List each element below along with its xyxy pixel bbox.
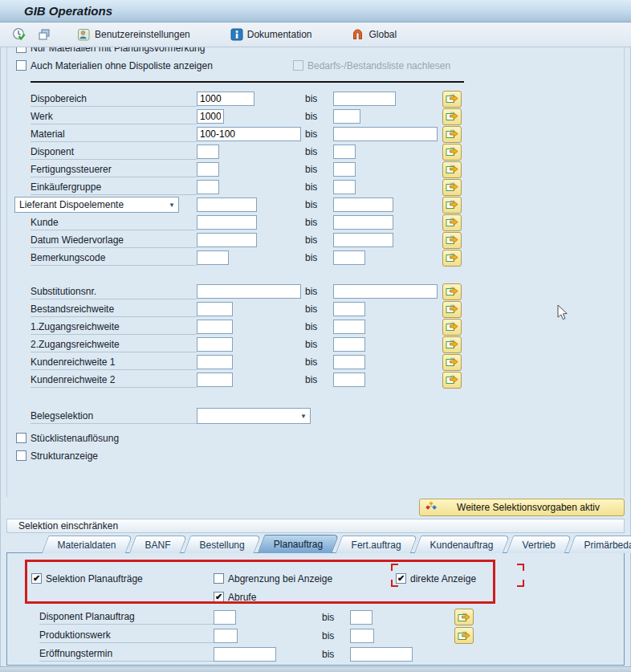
von-input[interactable] [197, 92, 254, 106]
global-button[interactable]: Global [348, 26, 401, 43]
belegselektion-label: Belegselektion [31, 409, 197, 424]
frame-right-border [624, 47, 625, 497]
selection-row: Datum Wiedervorlagebis [14, 231, 496, 249]
tab-materialdaten[interactable]: Materialdaten [42, 536, 132, 553]
von-input[interactable] [197, 145, 219, 159]
bis-input[interactable] [333, 215, 393, 230]
tab-fert-auftrag[interactable]: Fert.auftrag [336, 536, 417, 553]
tab-prim-rbedarf[interactable]: Primärbedarf [568, 536, 631, 553]
multiple-selection-button[interactable] [442, 126, 462, 143]
multiple-selection-button[interactable] [442, 301, 462, 318]
bis-input[interactable] [333, 162, 356, 177]
tab-banf[interactable]: BANF [128, 536, 186, 553]
tab-planauftrag[interactable]: Planauftrag [257, 535, 339, 553]
bracket-corner [517, 580, 524, 587]
von-input[interactable] [197, 233, 257, 247]
multiple-selection-button[interactable] [454, 627, 474, 644]
user-settings-label: Benutzereinstellungen [95, 29, 190, 40]
dispoelemente-dropdown[interactable]: Lieferant Dispoelemente▼ [14, 197, 179, 213]
multiple-selection-arrow-icon [446, 145, 458, 159]
field-label: Bemerkungscode [31, 250, 197, 266]
multiple-selection-button[interactable] [442, 214, 462, 231]
von-input[interactable] [197, 109, 224, 124]
belegselektion-dropdown[interactable]: ▼ [197, 408, 311, 424]
checkbox-row-abrufe: Abrufe [214, 590, 256, 604]
von-input[interactable] [197, 355, 233, 369]
selektion-planauftraege-checkbox[interactable] [31, 573, 42, 584]
von-slot [197, 92, 305, 106]
bis-input[interactable] [333, 320, 365, 334]
bis-input[interactable] [333, 233, 393, 247]
von-input[interactable] [197, 337, 233, 352]
bis-input[interactable] [333, 198, 393, 212]
window-title: GIB Operations [0, 0, 631, 22]
bis-input[interactable] [333, 145, 356, 159]
bis-input[interactable] [333, 180, 356, 194]
tab-vertrieb[interactable]: Vertrieb [507, 536, 572, 553]
bis-input[interactable] [333, 373, 365, 387]
multiple-selection-button[interactable] [442, 197, 462, 214]
multiple-selection-button[interactable] [442, 283, 462, 300]
von-input[interactable] [197, 127, 301, 141]
bis-input[interactable] [350, 647, 413, 662]
von-input[interactable] [214, 610, 236, 625]
multiple-selection-button[interactable] [442, 161, 462, 178]
stuecklistenaufloesung-checkbox[interactable] [16, 433, 26, 443]
multiple-selection-button[interactable] [442, 144, 462, 161]
planungsvormerkung-checkbox[interactable] [16, 47, 26, 53]
field-label: Dispobereich [31, 92, 197, 107]
von-input[interactable] [214, 647, 276, 662]
von-input[interactable] [197, 320, 233, 334]
multiple-selection-button[interactable] [442, 372, 462, 389]
execute-button[interactable] [8, 26, 31, 43]
checkbox-row-selektion-planauftraege: Selektion Planaufträge [31, 572, 143, 585]
bis-input[interactable] [333, 355, 365, 369]
multiple-selection-button[interactable] [442, 319, 462, 336]
von-input[interactable] [197, 302, 233, 316]
von-input[interactable] [197, 180, 219, 194]
multiple-selection-button[interactable] [442, 91, 462, 108]
ohne-dispoliste-checkbox[interactable] [16, 60, 26, 71]
von-input[interactable] [214, 629, 238, 643]
bis-input[interactable] [333, 284, 438, 299]
global-icon [352, 28, 364, 41]
bis-input[interactable] [350, 610, 372, 625]
ohne-dispoliste-label: Auch Materialien ohne Dispoliste anzeige… [31, 60, 213, 71]
von-input[interactable] [197, 215, 257, 230]
multiple-selection-button[interactable] [442, 108, 462, 125]
bis-slot [333, 320, 442, 334]
user-settings-button[interactable]: Benutzereinstellungen [73, 26, 194, 43]
documentation-button[interactable]: Dokumentation [226, 26, 316, 43]
bis-input[interactable] [350, 629, 374, 643]
multiple-selection-button[interactable] [442, 354, 462, 371]
copy-button[interactable] [34, 26, 55, 43]
bis-input[interactable] [333, 127, 438, 141]
multiple-selection-button[interactable] [442, 232, 462, 249]
multiple-selection-button[interactable] [442, 179, 462, 196]
bis-input[interactable] [333, 302, 365, 316]
von-input[interactable] [197, 373, 233, 387]
bis-input[interactable] [333, 337, 365, 352]
von-input[interactable] [197, 198, 257, 212]
von-input[interactable] [197, 284, 301, 299]
tab-bestellung[interactable]: Bestellung [184, 536, 261, 553]
von-input[interactable] [197, 250, 229, 265]
von-input[interactable] [197, 162, 219, 177]
multiple-selection-arrow-icon [446, 233, 458, 247]
strukturanzeige-checkbox[interactable] [16, 450, 26, 461]
bis-input[interactable] [333, 92, 396, 106]
bis-input[interactable] [333, 250, 365, 265]
abrufe-checkbox[interactable] [214, 592, 224, 602]
abgrenzung-checkbox[interactable] [214, 573, 224, 584]
von-slot [197, 162, 305, 177]
direkte-anzeige-checkbox[interactable] [396, 573, 406, 584]
tab-kundenauftrag[interactable]: Kundenauftrag [414, 536, 510, 553]
bis-input[interactable] [333, 109, 360, 124]
multiple-selection-button[interactable] [442, 250, 462, 267]
multiple-selection-button[interactable] [454, 609, 474, 625]
bis-slot [333, 233, 442, 247]
bis-slot [333, 355, 442, 369]
multiple-selection-button[interactable] [442, 336, 462, 353]
bis-label: bis [305, 111, 333, 122]
weitere-selektionsvorgaben-button[interactable]: Weitere Selektionsvorgaben aktiv [419, 499, 625, 516]
